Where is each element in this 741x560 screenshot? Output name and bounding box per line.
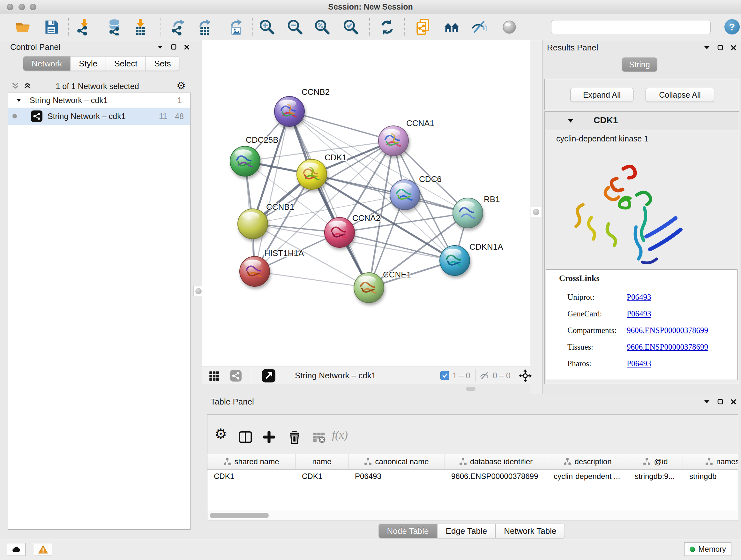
column-header-namespace[interactable]: namespace (683, 454, 738, 469)
network-edge[interactable] (289, 111, 394, 141)
network-edge[interactable] (255, 271, 369, 288)
network-node-CCNA1[interactable]: CCNA1 (379, 118, 434, 156)
zoom-out-icon[interactable] (287, 19, 304, 36)
table-cell[interactable]: CDK1 (207, 470, 295, 484)
network-results-splitter[interactable] (530, 40, 542, 394)
selected-count-checkbox[interactable] (441, 371, 449, 380)
save-session-icon[interactable] (43, 19, 60, 36)
float-panel-icon[interactable] (171, 44, 177, 50)
table-row[interactable]: CDK1CDK1P064939606.ENSP00000378699cyclin… (207, 470, 738, 484)
network-edge[interactable] (289, 111, 369, 288)
zoom-fit-icon[interactable] (314, 19, 331, 36)
memory-button[interactable]: Memory (684, 543, 731, 556)
close-panel-icon[interactable] (184, 44, 190, 50)
network-graph[interactable]: CCNB2CCNA1CDC25BCDK1CDC6RB1CCNB1CCNA2CDK… (202, 40, 530, 367)
current-network-title: String Network – cdk1 (295, 371, 376, 381)
open-session-icon[interactable] (14, 19, 31, 36)
hide-show-glass-icon[interactable] (471, 19, 488, 36)
tab-select[interactable]: Select (106, 56, 146, 71)
crosslink-value-link[interactable]: 9606.ENSP00000378699 (627, 326, 708, 335)
table-cell[interactable]: cyclin-dependent ... (547, 470, 628, 484)
string-home-icon[interactable] (444, 19, 460, 36)
table-cell[interactable]: stringdb:9... (628, 470, 683, 484)
zoom-in-icon[interactable] (259, 19, 275, 36)
table-body: CDK1CDK1P064939606.ENSP00000378699cyclin… (207, 470, 738, 510)
refresh-layout-icon[interactable] (379, 19, 395, 36)
section-expander-icon[interactable] (568, 119, 574, 123)
splitter-handle[interactable] (531, 207, 541, 217)
expand-all-button[interactable]: Expand All (570, 88, 633, 102)
column-header-description[interactable]: description (547, 454, 628, 469)
help-button[interactable]: ? (724, 19, 740, 35)
network-node-CCNE1[interactable]: CCNE1 (354, 270, 411, 303)
tab-network-table[interactable]: Network Table (495, 523, 565, 538)
network-canvas[interactable]: CCNB2CCNA1CDC25BCDK1CDC6RB1CCNB1CCNA2CDK… (202, 40, 530, 367)
table-cell[interactable]: 9606.ENSP00000378699 (445, 470, 547, 484)
network-node-RB1[interactable]: RB1 (453, 194, 500, 228)
table-cell[interactable]: CDK1 (295, 470, 348, 484)
collapse-panel-icon[interactable] (704, 46, 710, 50)
fit-selected-crosshair-icon[interactable] (519, 369, 532, 382)
string-panel-icon[interactable] (230, 370, 242, 382)
close-panel-icon[interactable] (731, 45, 736, 51)
add-column-icon[interactable] (262, 430, 276, 444)
float-panel-icon[interactable] (718, 45, 723, 51)
export-network-icon[interactable] (170, 19, 187, 36)
eye-orb-icon[interactable] (501, 19, 518, 36)
table-options-gear-icon[interactable]: ⚙ (214, 427, 229, 442)
network-row-selected[interactable]: String Network – cdk1 11 48 (8, 108, 190, 125)
show-columns-icon[interactable] (238, 430, 253, 444)
apply-function-icon[interactable]: f(x) (332, 428, 348, 442)
tree-expander-icon[interactable] (16, 98, 21, 102)
crosslink-value-link[interactable]: P06493 (627, 359, 651, 368)
delete-column-trash-icon[interactable] (287, 430, 302, 444)
column-header-database-identifier[interactable]: database identifier (445, 454, 547, 469)
network-options-gear-icon[interactable]: ⚙ (177, 80, 186, 91)
warning-status-button[interactable] (34, 543, 52, 556)
collapse-panel-icon[interactable] (157, 45, 163, 49)
table-cell[interactable]: P06493 (348, 470, 445, 484)
network-node-CDKN1A[interactable]: CDKN1A (440, 242, 503, 275)
import-network-icon[interactable] (76, 19, 92, 36)
open-in-window-icon[interactable] (262, 369, 276, 383)
tab-style[interactable]: Style (71, 56, 106, 71)
birds-eye-view-icon[interactable] (208, 370, 220, 382)
column-header-canonical-name[interactable]: canonical name (348, 454, 445, 469)
network-node-HIST1H1A[interactable]: HIST1H1A (240, 248, 304, 287)
control-network-splitter[interactable] (195, 40, 202, 539)
column-header-name[interactable]: name (295, 454, 348, 469)
collapse-panel-icon[interactable] (704, 400, 710, 403)
splitter-handle[interactable] (466, 387, 475, 391)
network-collection-count: 1 (178, 96, 182, 105)
table-horizontal-scrollbar[interactable] (207, 510, 738, 520)
import-table-icon[interactable] (132, 19, 148, 36)
tab-node-table[interactable]: Node Table (379, 523, 437, 538)
float-panel-icon[interactable] (718, 399, 723, 405)
column-header-id[interactable]: @id (628, 454, 683, 469)
collapse-all-button[interactable]: Collapse All (646, 88, 714, 102)
share-document-icon[interactable] (415, 19, 431, 36)
scrollbar-thumb[interactable] (210, 513, 269, 518)
cloud-status-button[interactable] (7, 543, 25, 556)
crosslink-value-link[interactable]: 9606.ENSP00000378699 (627, 343, 708, 352)
import-network-from-database-icon[interactable] (107, 19, 123, 36)
tab-edge-table[interactable]: Edge Table (437, 523, 496, 538)
tab-network[interactable]: Network (23, 56, 71, 71)
table-cell[interactable]: stringdb (683, 470, 738, 484)
network-collection-row[interactable]: String Network – cdk1 1 (8, 93, 190, 108)
network-node-CCNB1[interactable]: CCNB1 (238, 202, 294, 239)
crosslink-value-link[interactable]: P06493 (627, 293, 651, 302)
gene-section-header[interactable]: CDK1 (545, 112, 739, 130)
delete-table-icon[interactable] (312, 430, 327, 444)
crosslink-value-link[interactable]: P06493 (627, 309, 651, 318)
close-panel-icon[interactable] (731, 399, 736, 405)
network-table-splitter[interactable] (202, 384, 530, 394)
tab-string[interactable]: String (622, 57, 657, 71)
column-header-shared-name[interactable]: shared name (207, 454, 295, 469)
export-table-icon[interactable] (196, 19, 213, 36)
zoom-selected-icon[interactable] (343, 19, 359, 36)
network-node-CDK1[interactable]: CDK1 (297, 152, 347, 189)
export-image-icon[interactable] (227, 19, 244, 36)
search-input[interactable] (551, 20, 711, 34)
tab-sets[interactable]: Sets (146, 56, 179, 71)
